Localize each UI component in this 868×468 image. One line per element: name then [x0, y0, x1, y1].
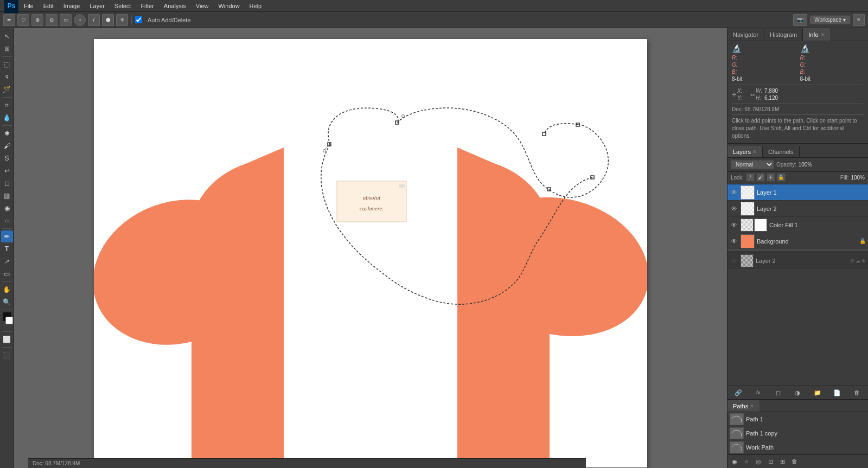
tool-option-polygon[interactable]: ⬟ — [102, 14, 114, 26]
menu-view[interactable]: View — [192, 2, 213, 10]
zoom-tool[interactable]: 🔍 — [1, 296, 13, 308]
shape-tool[interactable]: ▭ — [1, 268, 13, 280]
screen-mode[interactable]: ⬛ — [1, 349, 13, 361]
menu-select[interactable]: Select — [110, 2, 136, 10]
clone-tool[interactable]: S — [1, 152, 13, 164]
lock-pixels-btn[interactable]: 🖌 — [756, 173, 765, 182]
blend-mode-select[interactable]: Normal — [731, 160, 774, 169]
spot-healing-tool[interactable]: ✱ — [1, 127, 13, 139]
workspace-arrow-icon: ▾ — [843, 17, 846, 23]
eraser-tool[interactable]: ◻ — [1, 177, 13, 189]
path-item-work[interactable]: Work Path — [727, 440, 868, 454]
dodge-tool[interactable]: ○ — [1, 215, 13, 227]
eyedropper-tool[interactable]: 💧 — [1, 112, 13, 124]
info-g2-cell: G: — [800, 61, 810, 68]
menu-window[interactable]: Window — [214, 2, 244, 10]
workspace-button[interactable]: Workspace ▾ — [809, 15, 851, 24]
new-layer-icon[interactable]: 📄 — [832, 388, 842, 398]
path-selection-tool[interactable]: ↗ — [1, 255, 13, 267]
info-r-label: R: — [732, 55, 739, 61]
tool-option-1[interactable]: ⬡ — [17, 14, 29, 26]
tool-option-ellipse[interactable]: ○ — [74, 14, 86, 26]
layer-item-2[interactable]: 👁 Layer 2 — [727, 201, 868, 217]
tab-navigator[interactable]: Navigator — [727, 28, 764, 41]
layer-item-1[interactable]: 👁 Layer 1 — [727, 184, 868, 201]
tab-histogram[interactable]: Histogram — [764, 28, 803, 41]
menu-file[interactable]: File — [20, 2, 38, 10]
menu-filter[interactable]: Filter — [136, 2, 158, 10]
info-tab-close[interactable]: ✕ — [821, 32, 825, 37]
channels-tab-label: Channels — [768, 149, 793, 155]
link-layers-icon[interactable]: 🔗 — [733, 388, 743, 398]
hidden-layer-visibility[interactable]: 👁 — [730, 257, 738, 265]
history-brush-tool[interactable]: ↩ — [1, 165, 13, 177]
menu-image[interactable]: Image — [59, 2, 85, 10]
pen-tool-icon[interactable]: ✒ — [3, 14, 15, 26]
tab-paths[interactable]: Paths ✕ — [727, 400, 760, 412]
path-stroke-icon[interactable]: ○ — [742, 457, 751, 466]
pen-tool-active[interactable]: ✒ — [1, 230, 13, 242]
gradient-tool[interactable]: ▥ — [1, 190, 13, 202]
group-layers-icon[interactable]: 📁 — [813, 388, 822, 398]
tab-info[interactable]: Info ✕ — [803, 28, 831, 41]
info-bit-label-left: 8-bit — [732, 76, 742, 82]
paths-tab-label: Paths — [733, 403, 748, 409]
crop-tool[interactable]: ⌗ — [1, 99, 13, 111]
path-load-selection-icon[interactable]: ◎ — [754, 457, 763, 466]
tool-option-shape[interactable]: ▭ — [60, 14, 72, 26]
quick-select-tool[interactable]: 🪄 — [1, 84, 13, 95]
toolbar-separator-7 — [2, 331, 12, 332]
menu-analysis[interactable]: Analysis — [159, 2, 190, 10]
layer-item-hidden-2[interactable]: 👁 Layer 2 ⊘ ☁ ⊕ — [727, 253, 868, 269]
layer-2-visibility[interactable]: 👁 — [730, 204, 738, 213]
path-mask-icon[interactable]: ⊡ — [765, 457, 775, 466]
background-visibility[interactable]: 👁 — [730, 237, 738, 246]
tool-option-custom[interactable]: ✳ — [116, 14, 128, 26]
toolbar-separator-2 — [2, 97, 12, 98]
toolbar-separator-4 — [2, 228, 12, 229]
layer-styles-icon[interactable]: fx — [754, 388, 763, 398]
layers-tab-close[interactable]: ✕ — [752, 149, 757, 155]
layer-1-visibility[interactable]: 👁 — [730, 188, 738, 197]
marquee-tool[interactable]: ⬚ — [1, 59, 13, 70]
menu-edit[interactable]: Edit — [39, 2, 58, 10]
layer-mask-icon[interactable]: ◻ — [773, 388, 783, 398]
tab-layers[interactable]: Layers ✕ — [727, 146, 763, 157]
path-fill-icon[interactable]: ◉ — [730, 457, 739, 466]
tab-channels[interactable]: Channels — [763, 146, 799, 157]
auto-add-delete-checkbox[interactable] — [135, 16, 142, 23]
tool-option-2[interactable]: ⊕ — [31, 14, 43, 26]
quick-mask-mode[interactable]: ⬜ — [1, 334, 13, 345]
hand-tool[interactable]: ✋ — [1, 284, 13, 296]
brush-tool[interactable]: 🖌 — [1, 140, 13, 152]
camera-icon[interactable]: 📷 — [793, 14, 807, 26]
path-item-2[interactable]: Path 1 copy — [727, 426, 868, 440]
lock-transparent-btn[interactable]: / — [746, 173, 755, 182]
artboard-tool[interactable]: ⊞ — [1, 43, 13, 55]
lasso-tool[interactable]: ꟼ — [1, 71, 13, 83]
info-tab-label: Info — [808, 31, 818, 38]
info-b-cell: B: — [732, 68, 742, 75]
lock-all-btn[interactable]: 🔒 — [777, 173, 786, 182]
adjustment-layer-icon[interactable]: ◑ — [793, 388, 802, 398]
background-color[interactable] — [5, 317, 13, 324]
arrange-icon[interactable]: ≡ — [853, 14, 865, 26]
tool-option-line[interactable]: / — [88, 14, 100, 26]
blur-tool[interactable]: ◉ — [1, 202, 13, 214]
lock-position-btn[interactable]: ✛ — [767, 173, 775, 182]
path-item-1[interactable]: Path 1 — [727, 412, 868, 426]
path-new-icon[interactable]: ⊞ — [777, 457, 787, 466]
info-b2-cell: B: — [800, 68, 810, 75]
menu-help[interactable]: Help — [245, 2, 266, 10]
type-tool[interactable]: T — [1, 243, 13, 255]
path-delete-icon[interactable]: 🗑 — [789, 457, 799, 466]
tool-option-3[interactable]: ⊖ — [46, 14, 58, 26]
colorfill-visibility[interactable]: 👁 — [730, 221, 738, 229]
layer-item-colorfill[interactable]: 👁 Color Fill 1 — [727, 217, 868, 233]
delete-layer-icon[interactable]: 🗑 — [852, 388, 862, 398]
menu-layer[interactable]: Layer — [85, 2, 109, 10]
paths-section: Paths ✕ Path 1 Path 1 — [727, 399, 868, 468]
paths-tab-close[interactable]: ✕ — [750, 403, 754, 409]
layer-item-background[interactable]: 👁 Background 🔒 — [727, 233, 868, 249]
move-tool[interactable]: ↖ — [1, 30, 13, 42]
